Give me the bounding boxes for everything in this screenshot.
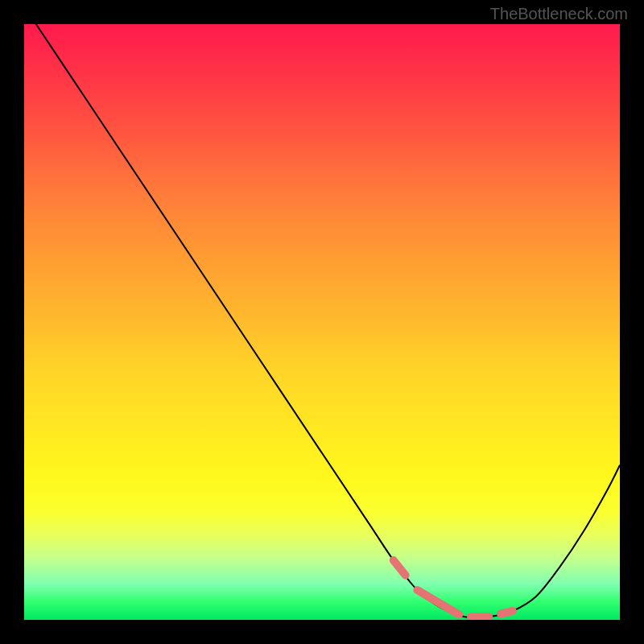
chart-plot-area	[24, 24, 620, 620]
chart-svg	[24, 24, 620, 620]
marker-segment	[394, 560, 406, 576]
bottleneck-curve-line	[36, 24, 620, 617]
marker-group	[394, 560, 513, 617]
marker-segment	[417, 590, 459, 615]
watermark-text: TheBottleneck.com	[490, 5, 628, 23]
marker-segment	[501, 611, 513, 614]
